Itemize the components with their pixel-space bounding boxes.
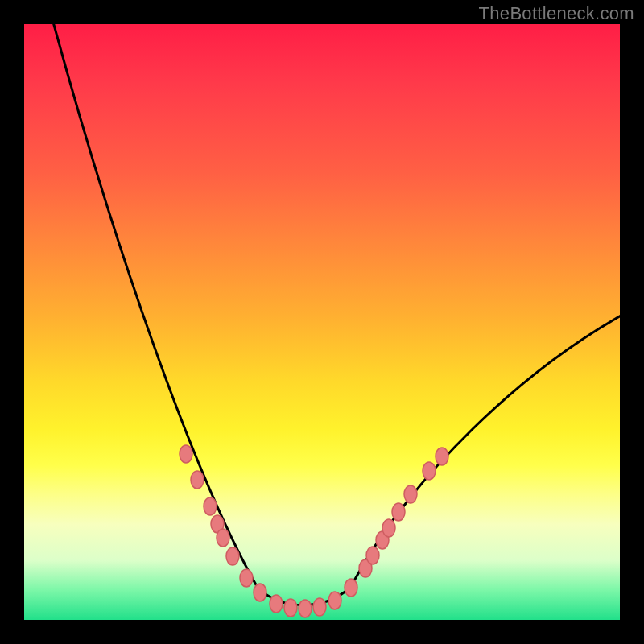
data-marker	[217, 529, 229, 547]
bottleneck-curve	[52, 24, 620, 605]
data-marker	[382, 519, 395, 537]
data-marker	[226, 547, 239, 565]
data-marker	[345, 579, 357, 597]
marker-group	[180, 445, 448, 617]
data-marker	[204, 497, 217, 515]
data-marker	[436, 448, 448, 465]
data-marker	[270, 595, 283, 613]
curve-layer	[24, 24, 620, 620]
data-marker	[284, 599, 297, 617]
data-marker	[254, 584, 266, 601]
data-marker	[423, 462, 436, 480]
data-marker	[328, 592, 341, 609]
data-marker	[240, 569, 253, 587]
data-marker	[404, 485, 417, 503]
watermark-text: TheBottleneck.com	[479, 3, 634, 24]
data-marker	[313, 598, 326, 616]
data-marker	[191, 471, 204, 489]
data-marker	[180, 445, 192, 463]
data-marker	[392, 503, 405, 521]
chart-frame: TheBottleneck.com	[0, 0, 644, 644]
data-marker	[366, 547, 379, 564]
data-marker	[299, 600, 312, 617]
plot-area	[24, 24, 620, 620]
